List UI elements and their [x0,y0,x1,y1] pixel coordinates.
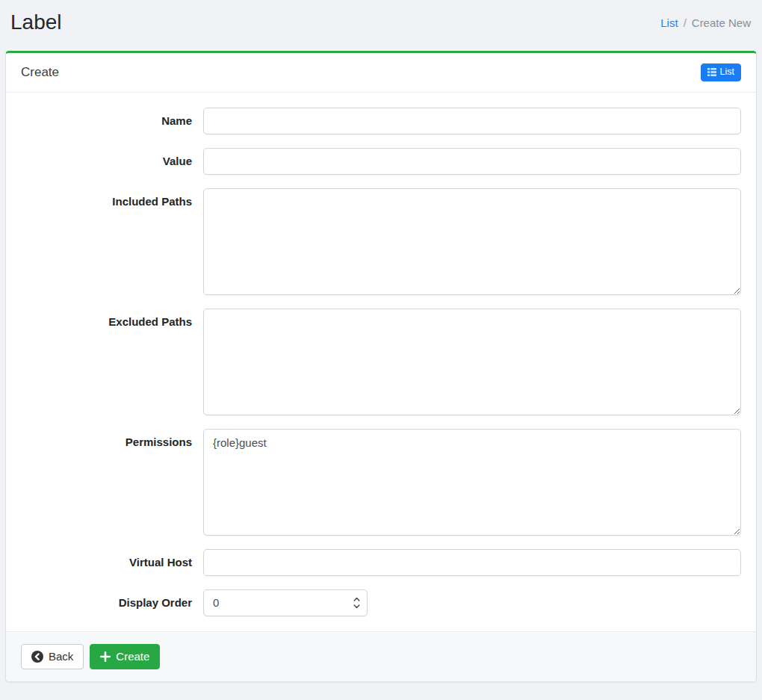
form-row-name: Name [21,108,741,134]
breadcrumb-separator: / [684,16,687,29]
card-footer: Back Create [6,631,756,681]
arrow-circle-left-icon [31,651,43,663]
create-button-label: Create [116,650,149,663]
permissions-textarea[interactable]: {role}guest [203,429,741,536]
display-order-field [203,589,368,616]
list-button-label: List [720,67,734,78]
page-header: Label List / Create New [0,0,762,45]
card-title: Create [21,65,59,80]
breadcrumb: List / Create New [660,16,751,29]
breadcrumb-current: Create New [692,16,751,29]
list-button[interactable]: List [701,64,741,81]
excluded-paths-textarea[interactable] [203,309,741,415]
virtual-host-label: Virtual Host [21,549,203,570]
table-list-icon [707,68,716,76]
value-input[interactable] [203,148,741,175]
form-row-included-paths: Included Paths [21,188,741,295]
number-spinner-icon[interactable] [353,595,361,610]
back-button-label: Back [49,650,73,663]
back-button[interactable]: Back [21,644,84,669]
page-title: Label [10,10,62,35]
plus-icon [100,651,111,662]
display-order-label: Display Order [21,589,203,610]
form-row-value: Value [21,148,741,175]
name-label: Name [21,108,203,128]
display-order-input[interactable] [203,589,368,616]
form-row-permissions: Permissions {role}guest [21,429,741,536]
create-card: Create List Name Value Included Paths Ex… [5,51,757,682]
included-paths-textarea[interactable] [203,188,741,295]
breadcrumb-list-link[interactable]: List [660,16,678,29]
form-row-virtual-host: Virtual Host [21,549,741,576]
form-row-display-order: Display Order [21,589,741,616]
virtual-host-input[interactable] [203,549,741,576]
form-row-excluded-paths: Excluded Paths [21,309,741,415]
excluded-paths-label: Excluded Paths [21,309,203,329]
create-form: Name Value Included Paths Excluded Paths… [6,93,756,631]
create-button[interactable]: Create [90,644,160,669]
permissions-label: Permissions [21,429,203,450]
included-paths-label: Included Paths [21,188,203,209]
card-header: Create List [6,53,756,93]
value-label: Value [21,148,203,169]
name-input[interactable] [203,108,741,134]
